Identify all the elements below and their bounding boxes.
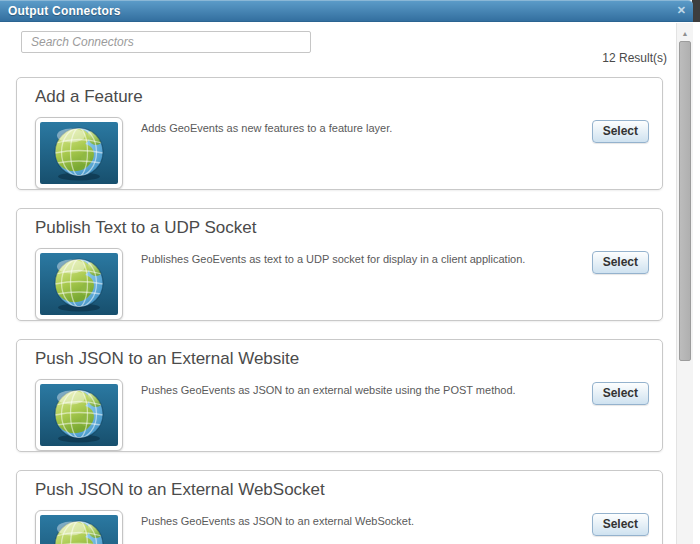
connector-description: Pushes GeoEvents as JSON to an external …: [141, 383, 592, 398]
connector-title: Publish Text to a UDP Socket: [35, 218, 650, 238]
connector-list: Add a Feature: [16, 77, 663, 544]
connector-description: Pushes GeoEvents as JSON to an external …: [141, 514, 592, 529]
connector-title: Push JSON to an External WebSocket: [35, 480, 650, 500]
select-button[interactable]: Select: [592, 120, 649, 143]
connector-title: Push JSON to an External Website: [35, 349, 650, 369]
select-button[interactable]: Select: [592, 382, 649, 405]
output-connectors-dialog: Output Connectors ✕ 12 Result(s) Add a F…: [0, 0, 700, 544]
globe-icon: [35, 510, 123, 544]
connector-card: Publish Text to a UDP Socket: [16, 208, 663, 321]
dialog-title: Output Connectors: [0, 4, 121, 18]
scroll-up-icon[interactable]: ▲: [677, 27, 693, 40]
page-backdrop: [692, 0, 700, 22]
connector-title: Add a Feature: [35, 87, 650, 107]
select-button[interactable]: Select: [592, 513, 649, 536]
scrollbar-thumb[interactable]: [679, 41, 691, 361]
close-icon[interactable]: ✕: [677, 5, 686, 16]
connector-description: Publishes GeoEvents as text to a UDP soc…: [141, 252, 592, 267]
globe-icon: [35, 379, 123, 451]
results-count: 12 Result(s): [602, 51, 667, 65]
connector-description: Adds GeoEvents as new features to a feat…: [141, 121, 592, 136]
dialog-titlebar: Output Connectors ✕: [0, 0, 693, 22]
globe-icon: [35, 117, 123, 189]
scrollbar[interactable]: ▲: [676, 23, 693, 544]
search-input[interactable]: [21, 31, 311, 53]
connector-card: Push JSON to an External Website: [16, 339, 663, 452]
connector-card: Add a Feature: [16, 77, 663, 190]
connector-card: Push JSON to an External WebSocket: [16, 470, 663, 544]
select-button[interactable]: Select: [592, 251, 649, 274]
globe-icon: [35, 248, 123, 320]
